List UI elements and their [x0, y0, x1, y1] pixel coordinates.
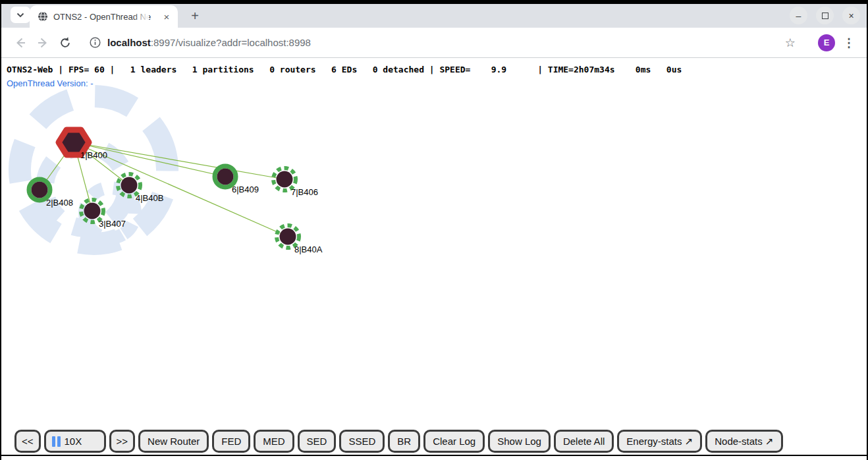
profile-avatar[interactable]: E [818, 34, 835, 51]
network-svg [1, 58, 867, 455]
new-router-button[interactable]: New Router [138, 430, 209, 453]
node-label-7: 7|B406 [291, 187, 318, 197]
forward-button[interactable] [32, 32, 54, 54]
reload-button[interactable] [54, 32, 76, 54]
speed-up-button[interactable]: >> [109, 430, 136, 453]
forward-arrow-icon [36, 36, 49, 49]
show-log-button[interactable]: Show Log [488, 430, 551, 453]
fed-button[interactable]: FED [212, 430, 250, 453]
node-label-6: 6|B409 [232, 185, 259, 194]
energy-stats-button[interactable]: Energy-stats ↗ [617, 430, 702, 453]
control-bar: << 10X >> New Router FED MED SED SSED BR… [14, 430, 783, 453]
node-label-1: 1|B400 [80, 150, 107, 160]
new-tab-button[interactable]: + [186, 7, 203, 24]
omnibox[interactable]: localhost:8997/visualize?addr=localhost:… [82, 32, 806, 54]
tab-title: OTNS2 - OpenThread Ne [53, 12, 161, 22]
chevron-down-icon [16, 13, 24, 18]
tab-close-icon[interactable]: × [161, 11, 173, 22]
bookmark-star-icon[interactable]: ☆ [781, 36, 800, 50]
simulation-status-line: OTNS2-Web | FPS= 60 | 1 leaders 1 partit… [7, 65, 682, 74]
ssed-button[interactable]: SSED [339, 430, 385, 453]
browser-window: OTNS2 - OpenThread Ne × + – × [0, 0, 868, 460]
clear-log-button[interactable]: Clear Log [423, 430, 485, 453]
url-host: localhost [107, 37, 151, 48]
back-arrow-icon [14, 36, 27, 49]
delete-all-button[interactable]: Delete All [554, 430, 614, 453]
node-6[interactable] [217, 169, 234, 185]
window-minimize-button[interactable]: – [790, 7, 807, 24]
back-button[interactable] [9, 32, 32, 54]
openthread-version-label: OpenThread Version: - [7, 78, 94, 88]
node-stats-button[interactable]: Node-stats ↗ [705, 430, 782, 453]
screen-bottom-edge [1, 456, 867, 460]
partition-watermark-arc [1, 69, 194, 271]
node-label-4: 4|B40B [136, 193, 163, 203]
browser-toolbar: localhost:8997/visualize?addr=localhost:… [1, 28, 867, 58]
pause-icon [52, 436, 61, 447]
node-8[interactable] [280, 229, 296, 245]
url-text: localhost:8997/visualize?addr=localhost:… [107, 37, 311, 48]
window-maximize-button[interactable] [816, 7, 834, 24]
page-info-icon[interactable] [90, 37, 101, 48]
url-path: :8997/visualize?addr=localhost:8998 [151, 37, 311, 48]
reload-icon [59, 36, 72, 49]
sed-button[interactable]: SED [298, 430, 337, 453]
window-close-button[interactable]: × [842, 7, 860, 24]
node-2[interactable] [32, 182, 48, 198]
node-label-3: 3|B407 [99, 219, 126, 229]
speed-toggle-button[interactable]: 10X [44, 430, 106, 453]
med-button[interactable]: MED [254, 430, 294, 453]
menu-kebab-icon[interactable]: ⋮ [840, 36, 857, 50]
maximize-icon [822, 13, 828, 19]
node-label-2: 2|B408 [46, 198, 73, 208]
globe-favicon-icon [38, 11, 48, 22]
tab-strip: OTNS2 - OpenThread Ne × + – × [1, 4, 867, 28]
otns-canvas: 1|B4002|B4083|B4074|B40B6|B4097|B4068|B4… [1, 58, 867, 455]
node-4[interactable] [121, 177, 138, 194]
br-button[interactable]: BR [388, 430, 420, 453]
node-label-8: 8|B40A [294, 244, 322, 254]
node-7[interactable] [277, 171, 293, 188]
tab-search-button[interactable] [11, 7, 30, 23]
tab-otns2[interactable]: OTNS2 - OpenThread Ne × [30, 5, 178, 28]
node-3[interactable] [84, 203, 101, 219]
speed-down-button[interactable]: << [14, 430, 41, 453]
